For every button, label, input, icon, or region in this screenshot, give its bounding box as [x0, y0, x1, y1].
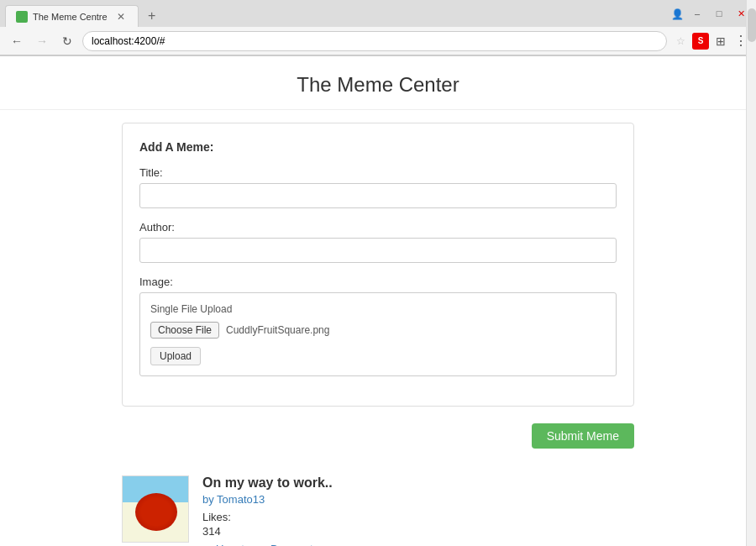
upvote-arrow-icon: ▲ — [202, 543, 213, 546]
reload-button[interactable]: ↻ — [57, 31, 77, 51]
meme-likes-label: Likes: — [202, 511, 634, 523]
scrollbar[interactable] — [746, 56, 756, 546]
active-tab[interactable]: The Meme Centre ✕ — [5, 5, 139, 27]
add-meme-form-card: Add A Meme: Title: Author: Image: Single… — [122, 123, 634, 407]
submit-meme-button[interactable]: Submit Meme — [532, 423, 634, 449]
title-form-group: Title: — [139, 166, 617, 208]
extension-icon-2[interactable]: ⊞ — [712, 33, 729, 50]
form-heading: Add A Meme: — [139, 140, 617, 154]
upvote-label: Upvote — [216, 543, 250, 546]
vote-row: ▲ Upvote ▼ Downvote — [202, 543, 634, 546]
main-container: Add A Meme: Title: Author: Image: Single… — [109, 110, 647, 546]
minimize-button[interactable]: – — [687, 6, 707, 21]
author-label: Author: — [139, 221, 617, 234]
tab-close-button[interactable]: ✕ — [114, 10, 128, 24]
author-link[interactable]: Tomato13 — [217, 493, 265, 506]
forward-button[interactable]: → — [32, 31, 52, 51]
file-input-row: Choose File CuddlyFruitSquare.png — [150, 322, 606, 339]
tab-bar: The Meme Centre ✕ + 👤 – □ ✕ — [0, 0, 756, 27]
image-form-group: Image: Single File Upload Choose File Cu… — [139, 276, 617, 376]
page-content: The Meme Center Add A Meme: Title: Autho… — [0, 56, 756, 546]
address-bar-input[interactable] — [82, 31, 667, 51]
browser-action-icons: ☆ S ⊞ ⋮ — [672, 33, 749, 50]
image-upload-box: Single File Upload Choose File CuddlyFru… — [139, 292, 617, 376]
browser-chrome: The Meme Centre ✕ + 👤 – □ ✕ ← → ↻ ☆ S ⊞ … — [0, 0, 756, 56]
chosen-filename: CuddlyFruitSquare.png — [226, 324, 329, 336]
upload-button[interactable]: Upload — [150, 347, 201, 365]
bookmark-icon[interactable]: ☆ — [672, 33, 689, 50]
image-label: Image: — [139, 276, 617, 288]
choose-file-button[interactable]: Choose File — [150, 322, 219, 339]
maximize-button[interactable]: □ — [709, 6, 729, 21]
meme-title: On my way to work.. — [202, 475, 634, 491]
author-input[interactable] — [139, 238, 617, 263]
submit-row: Submit Meme — [122, 423, 634, 449]
meme-author: by Tomato13 — [202, 493, 634, 506]
author-form-group: Author: — [139, 221, 617, 263]
downvote-label: Downvote — [270, 543, 319, 546]
window-controls: 👤 – □ ✕ — [669, 6, 751, 26]
page-title: The Meme Center — [0, 73, 756, 97]
author-prefix: by — [202, 493, 217, 506]
page-header: The Meme Center — [0, 56, 756, 110]
meme-likes-count: 314 — [202, 525, 634, 538]
meme-thumbnail — [122, 475, 189, 543]
meme-item: On my way to work.. by Tomato13 Likes: 3… — [122, 465, 634, 546]
address-bar-row: ← → ↻ ☆ S ⊞ ⋮ — [0, 27, 756, 55]
meme-list: On my way to work.. by Tomato13 Likes: 3… — [122, 465, 634, 546]
upvote-button[interactable]: ▲ Upvote — [202, 543, 250, 546]
meme-info: On my way to work.. by Tomato13 Likes: 3… — [202, 475, 634, 546]
tab-title: The Meme Centre — [33, 12, 108, 22]
title-label: Title: — [139, 166, 617, 179]
profile-icon[interactable]: 👤 — [669, 6, 685, 23]
extension-icon-1[interactable]: S — [692, 33, 709, 50]
upload-section-label: Single File Upload — [150, 303, 606, 315]
back-button[interactable]: ← — [7, 31, 27, 51]
downvote-button[interactable]: ▼ Downvote — [257, 543, 319, 546]
title-input[interactable] — [139, 183, 617, 208]
downvote-arrow-icon: ▼ — [257, 543, 268, 546]
new-tab-button[interactable]: + — [142, 6, 162, 26]
tab-favicon — [16, 11, 28, 23]
